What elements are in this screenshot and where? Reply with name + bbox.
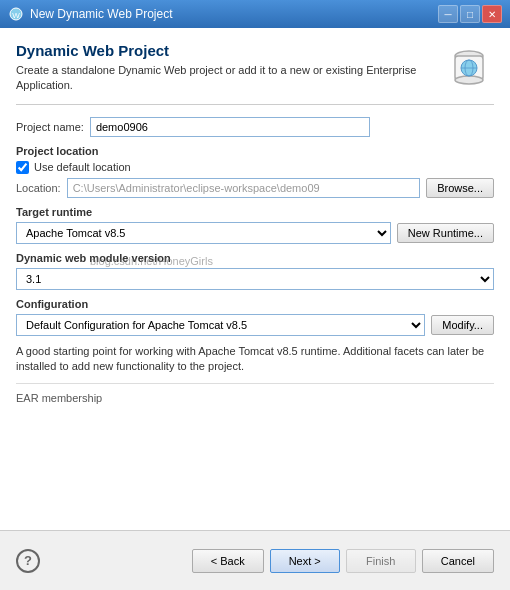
target-runtime-label: Target runtime <box>16 206 494 218</box>
dynamic-web-module-row: 3.1 3.0 2.5 2.4 2.3 <box>16 268 494 290</box>
dialog-content: Dynamic Web Project Create a standalone … <box>0 28 510 530</box>
config-description: A good starting point for working with A… <box>16 344 494 375</box>
maximize-button[interactable]: □ <box>460 5 480 23</box>
location-input[interactable] <box>67 178 420 198</box>
svg-text:W: W <box>12 11 20 20</box>
target-runtime-select[interactable]: Apache Tomcat v8.5 None <box>16 222 391 244</box>
project-name-field: Project name: <box>16 117 494 137</box>
dynamic-web-module-select[interactable]: 3.1 3.0 2.5 2.4 2.3 <box>16 268 494 290</box>
bottom-right: < Back Next > Finish Cancel <box>192 549 494 573</box>
location-row: Location: Browse... <box>16 178 494 198</box>
project-location-section: Project location Use default location Lo… <box>16 145 494 198</box>
dialog-header-text: Dynamic Web Project Create a standalone … <box>16 42 434 94</box>
browse-button[interactable]: Browse... <box>426 178 494 198</box>
project-name-input[interactable] <box>90 117 370 137</box>
title-bar: W New Dynamic Web Project ─ □ ✕ <box>0 0 510 28</box>
configuration-section: Configuration Default Configuration for … <box>16 298 494 375</box>
use-default-location-row: Use default location <box>16 161 494 174</box>
bottom-left: ? <box>16 549 40 573</box>
back-button[interactable]: < Back <box>192 549 264 573</box>
bottom-bar: ? < Back Next > Finish Cancel <box>0 530 510 590</box>
target-runtime-row: Apache Tomcat v8.5 None New Runtime... <box>16 222 494 244</box>
use-default-location-checkbox-label[interactable]: Use default location <box>34 161 131 173</box>
location-prefix-label: Location: <box>16 182 61 194</box>
dialog-header: Dynamic Web Project Create a standalone … <box>16 42 494 105</box>
finish-button[interactable]: Finish <box>346 549 416 573</box>
svg-point-4 <box>455 76 483 84</box>
title-bar-controls: ─ □ ✕ <box>438 5 502 23</box>
section-divider <box>16 383 494 384</box>
use-default-location-checkbox[interactable] <box>16 161 29 174</box>
new-runtime-button[interactable]: New Runtime... <box>397 223 494 243</box>
next-button[interactable]: Next > <box>270 549 340 573</box>
minimize-button[interactable]: ─ <box>438 5 458 23</box>
configuration-select[interactable]: Default Configuration for Apache Tomcat … <box>16 314 425 336</box>
help-button[interactable]: ? <box>16 549 40 573</box>
dialog-icon <box>444 42 494 92</box>
title-bar-title: New Dynamic Web Project <box>30 7 438 21</box>
dialog-title: Dynamic Web Project <box>16 42 434 59</box>
project-name-label: Project name: <box>16 121 84 133</box>
title-bar-icon: W <box>8 6 24 22</box>
configuration-row: Default Configuration for Apache Tomcat … <box>16 314 494 336</box>
dynamic-web-module-section: Dynamic web module version 3.1 3.0 2.5 2… <box>16 252 494 290</box>
dialog-subtitle: Create a standalone Dynamic Web project … <box>16 63 434 94</box>
modify-button[interactable]: Modify... <box>431 315 494 335</box>
target-runtime-section: Target runtime Apache Tomcat v8.5 None N… <box>16 206 494 244</box>
configuration-label: Configuration <box>16 298 494 310</box>
ear-membership-label: EAR membership <box>16 392 494 404</box>
close-button[interactable]: ✕ <box>482 5 502 23</box>
cancel-button[interactable]: Cancel <box>422 549 494 573</box>
project-location-label: Project location <box>16 145 494 157</box>
dynamic-web-module-label: Dynamic web module version <box>16 252 494 264</box>
